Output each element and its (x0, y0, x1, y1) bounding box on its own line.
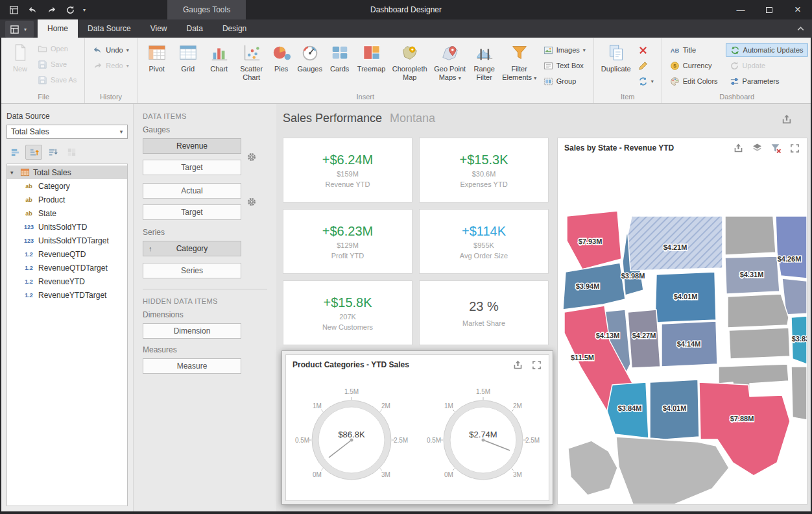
tree-field-revenueqtd[interactable]: 1.2RevenueQTD (7, 247, 127, 261)
card-new-customers[interactable]: +$15.8K 207K New Customers (283, 280, 412, 345)
map-item[interactable]: Sales by State - Revenue YTD (557, 138, 807, 505)
insert-images-button[interactable]: Images▾ (540, 43, 590, 57)
redo-dropdown-icon[interactable]: ▾ (126, 63, 129, 69)
card-expenses-ytd[interactable]: +$15.3K $30.6M Expenses YTD (419, 138, 549, 202)
gauge-1[interactable]: 0M 0.5M 1M 1.5M 2M 2.5M 3M $86.8K (290, 383, 413, 492)
undo-button[interactable]: Undo▾ (89, 43, 132, 57)
state-north-dakota[interactable] (725, 216, 776, 255)
export-map-icon[interactable] (733, 143, 744, 154)
data-source-caret-icon[interactable]: ▾ (115, 128, 127, 135)
insert-scatter-chart-button[interactable]: Scatter Chart (235, 40, 269, 91)
choropleth-map[interactable]: $7.93M $3.94M $3.98M $4.21M $4.31M $4.26… (558, 158, 807, 504)
insert-treemap-button[interactable]: Treemap (354, 40, 389, 91)
collapse-ribbon-icon[interactable] (796, 24, 806, 34)
insert-text-box-button[interactable]: Text Box (540, 58, 590, 73)
open-button[interactable]: Open (34, 42, 80, 56)
gauge1-options-gear-icon[interactable] (246, 152, 257, 162)
card-avg-order-size[interactable]: +$114K $955K Avg Order Size (419, 209, 549, 274)
state-nebraska[interactable] (728, 294, 789, 328)
field-options-button[interactable] (63, 145, 80, 160)
tree-field-state[interactable]: abState (7, 206, 127, 220)
export-gauges-icon[interactable] (512, 360, 523, 371)
gauge2-value-slot[interactable]: Actual (143, 183, 241, 199)
tree-field-unitssoldytdtarget[interactable]: 123UnitsSoldYTDTarget (7, 234, 127, 247)
tab-design[interactable]: Design (213, 19, 256, 38)
tab-data-source[interactable]: Data Source (78, 19, 141, 38)
sort-ascending-button[interactable] (25, 145, 42, 160)
insert-cards-button[interactable]: Cards (326, 40, 354, 91)
insert-pivot-button[interactable]: Pivot (141, 40, 173, 91)
series-category-slot[interactable]: ↑ Category (143, 241, 241, 256)
insert-geo-point-maps-button[interactable]: Geo Point Maps ▾ (431, 40, 470, 91)
new-button[interactable]: New (6, 40, 34, 91)
edit-colors-button[interactable]: Edit Colors (666, 74, 722, 88)
convert-dropdown-icon[interactable]: ▾ (651, 79, 654, 84)
tree-field-category[interactable]: abCategory (7, 179, 127, 193)
tree-field-revenueqtdtarget[interactable]: 1.2RevenueQTDTarget (7, 261, 127, 275)
state-arkansas[interactable] (791, 367, 807, 420)
geo-point-maps-dropdown-icon[interactable]: ▾ (459, 75, 461, 81)
insert-filter-elements-button[interactable]: Filter Elements ▾ (499, 40, 540, 91)
title-button[interactable]: Title (666, 43, 722, 57)
save-as-button[interactable]: Save As (34, 73, 80, 87)
card-revenue-ytd[interactable]: +$6.24M $159M Revenue YTD (283, 138, 412, 202)
tree-field-unitssoldytd[interactable]: 123UnitsSoldYTD (7, 220, 127, 234)
images-dropdown-icon[interactable]: ▾ (583, 47, 586, 53)
state-alaska[interactable] (568, 441, 617, 495)
duplicate-button[interactable]: Duplicate (598, 40, 634, 91)
app-menu-button[interactable]: ▾ (5, 21, 34, 38)
tab-home[interactable]: Home (38, 19, 78, 38)
minimize-button[interactable]: — (726, 0, 755, 19)
redo-button[interactable]: Redo▾ (89, 58, 132, 73)
clear-master-filter-icon[interactable] (770, 143, 782, 154)
currency-button[interactable]: Currency (666, 58, 722, 73)
measure-placeholder-slot[interactable]: Measure (143, 358, 241, 374)
data-source-select[interactable]: Total Sales ▾ (6, 125, 128, 139)
card-market-share[interactable]: 23 % Market Share (419, 280, 549, 345)
state-minnesota[interactable] (776, 216, 807, 278)
map-layers-icon[interactable] (752, 143, 763, 154)
gauges-item-selection-frame[interactable]: Product Categories - YTD Sales (281, 350, 553, 505)
gauge1-value-slot[interactable]: Revenue (143, 138, 241, 154)
redo-quick-button[interactable] (43, 2, 60, 18)
insert-gauges-button[interactable]: Gauges (294, 40, 326, 91)
tab-view[interactable]: View (141, 19, 177, 38)
card-profit-ytd[interactable]: +$6.23M $129M Profit YTD (283, 209, 412, 274)
field-layout-button[interactable] (6, 145, 23, 160)
export-dashboard-icon[interactable] (781, 114, 793, 125)
insert-range-filter-button[interactable]: Range Filter (470, 40, 499, 91)
insert-choropleth-map-button[interactable]: Choropleth Map (389, 40, 431, 91)
automatic-updates-button[interactable]: Automatic Updates (726, 43, 808, 57)
edit-item-button[interactable] (634, 58, 658, 73)
maximize-button[interactable] (755, 0, 783, 19)
insert-pies-button[interactable]: Pies (269, 40, 294, 91)
gauge-2[interactable]: 0M 0.5M 1M 1.5M 2M 2.5M 3M $2.74M (422, 383, 545, 492)
update-button[interactable]: Update (726, 58, 808, 73)
convert-item-button[interactable]: ▾ (634, 74, 658, 88)
tree-field-revenueytdtarget[interactable]: 1.2RevenueYTDTarget (7, 288, 127, 302)
undo-quick-button[interactable] (24, 2, 41, 18)
undo-dropdown-icon[interactable]: ▾ (126, 47, 129, 53)
gauge2-target-slot[interactable]: Target (143, 204, 241, 220)
state-kansas[interactable] (729, 328, 790, 359)
gauges-item[interactable]: Product Categories - YTD Sales (285, 354, 549, 501)
series-placeholder-slot[interactable]: Series (143, 263, 241, 278)
cards-item[interactable]: +$6.24M $159M Revenue YTD +$15.3K $30.6M… (283, 138, 549, 345)
maximize-gauges-icon[interactable] (531, 360, 542, 371)
tree-item-total-sales[interactable]: ▾ Total Sales (7, 165, 127, 179)
delete-item-button[interactable] (634, 43, 658, 57)
parameters-button[interactable]: Parameters (726, 74, 808, 88)
close-button[interactable]: × (783, 0, 812, 19)
tree-expander-icon[interactable]: ▾ (10, 169, 17, 176)
sort-descending-button[interactable] (44, 145, 61, 160)
context-tab-gauges-tools[interactable]: Gauges Tools (167, 0, 246, 19)
tree-field-revenueytd[interactable]: 1.2RevenueYTD (7, 275, 127, 288)
dimension-placeholder-slot[interactable]: Dimension (143, 323, 241, 339)
insert-grid-button[interactable]: Grid (173, 40, 204, 91)
gauge1-target-slot[interactable]: Target (143, 160, 241, 175)
filter-elements-dropdown-icon[interactable]: ▾ (534, 75, 536, 81)
qat-dropdown-icon[interactable]: ▾ (80, 7, 88, 13)
maximize-map-icon[interactable] (789, 143, 800, 154)
save-button[interactable]: Save (34, 57, 80, 71)
insert-chart-button[interactable]: Chart (204, 40, 235, 91)
